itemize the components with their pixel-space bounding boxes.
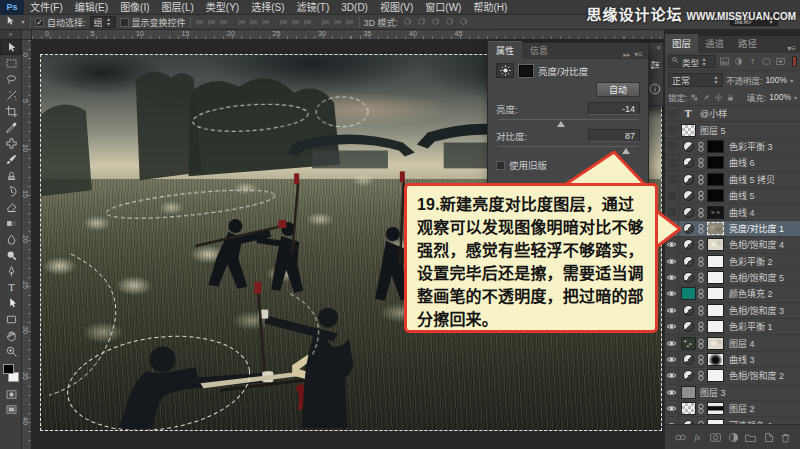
chevron-down-icon[interactable]: ▾ (794, 94, 797, 101)
layer-thumbnail[interactable] (679, 190, 697, 201)
layer-name[interactable]: 色彩平衡 3 (726, 140, 800, 153)
layer-mask-thumbnail[interactable] (705, 271, 726, 284)
align-icon[interactable] (207, 13, 217, 31)
layer-visibility-toggle[interactable] (665, 385, 679, 400)
filter-type-icon[interactable]: T (747, 56, 758, 67)
new-group-icon[interactable] (744, 431, 757, 444)
layer-thumbnail[interactable] (679, 174, 697, 185)
contrast-slider[interactable] (498, 144, 638, 154)
lock-transparent-icon[interactable] (690, 88, 699, 106)
layer-mask-thumbnail[interactable] (705, 287, 726, 300)
layer-mask-thumbnail[interactable] (705, 304, 726, 317)
layer-row-11[interactable]: 色相/饱和度 5 (665, 270, 800, 286)
chevron-down-icon[interactable]: ▾ (790, 77, 793, 84)
layer-row-8[interactable]: 亮度/对比度 1 (665, 221, 800, 237)
mode-3d-icon[interactable] (458, 13, 469, 31)
layer-name[interactable]: 曲线 4 (726, 206, 800, 219)
fill-value[interactable]: 100% (769, 92, 791, 102)
blur-tool[interactable] (0, 231, 22, 247)
healing-brush-tool[interactable] (0, 135, 22, 151)
layer-name[interactable]: 色相/饱和度 3 (726, 304, 800, 317)
layer-thumbnail[interactable] (679, 287, 697, 300)
layer-thumbnail[interactable] (679, 207, 697, 218)
layer-row-16[interactable]: 曲线 3 (665, 352, 800, 368)
layer-mask-thumbnail[interactable] (705, 255, 726, 268)
menu-item-1[interactable]: 文件(F) (24, 0, 69, 15)
collapse-toolbar-icon[interactable]: » (0, 30, 21, 39)
layer-visibility-toggle[interactable] (665, 155, 679, 170)
zoom-tool[interactable] (0, 343, 22, 359)
mode-3d-icon[interactable] (416, 13, 427, 31)
mask-link-icon[interactable] (697, 174, 705, 185)
tab-properties[interactable]: 属性 (488, 41, 522, 59)
mask-link-icon[interactable] (697, 272, 705, 283)
layer-row-5[interactable]: 曲线 5 拷贝 (665, 172, 800, 188)
layer-visibility-toggle[interactable] (665, 368, 679, 383)
eyedropper-tool[interactable] (0, 119, 22, 135)
layer-visibility-toggle[interactable] (665, 221, 679, 236)
layer-name[interactable]: 色相/饱和度 4 (726, 238, 800, 251)
info-panel-icon[interactable] (647, 77, 663, 101)
menu-item-11[interactable]: 帮助(H) (467, 0, 513, 15)
panel-menu-icon[interactable]: ▾≡ (787, 44, 800, 53)
auto-button[interactable]: 自动 (596, 82, 640, 97)
align-icon[interactable] (195, 13, 205, 31)
lock-move-icon[interactable] (714, 88, 723, 106)
align-icon[interactable] (237, 13, 247, 31)
layer-thumbnail[interactable] (679, 141, 697, 152)
mask-link-icon[interactable] (697, 370, 705, 381)
mask-link-icon[interactable] (697, 256, 705, 267)
layer-visibility-toggle[interactable] (665, 254, 679, 269)
align-icon[interactable] (261, 13, 271, 31)
layer-thumbnail[interactable] (679, 157, 697, 168)
layer-mask-thumbnail[interactable] (705, 238, 726, 251)
crop-tool[interactable] (0, 103, 22, 119)
layer-name[interactable]: 图层 2 (726, 402, 800, 415)
link-layers-icon[interactable] (674, 431, 687, 444)
layer-mask-thumbnail[interactable] (705, 206, 726, 219)
brush-tool[interactable] (0, 151, 22, 167)
menu-item-4[interactable]: 图层(L) (156, 0, 200, 15)
align-icon[interactable] (219, 13, 229, 31)
mask-link-icon[interactable] (697, 305, 705, 316)
path-select-tool[interactable] (0, 295, 22, 311)
layer-visibility-toggle[interactable] (665, 286, 679, 301)
lock-paint-icon[interactable] (702, 88, 711, 106)
layer-row-12[interactable]: 颜色填充 2 (665, 286, 800, 302)
workspace-switcher[interactable]: 摄影 ▴▾ (730, 13, 778, 26)
layer-name[interactable]: 曲线 3 (726, 353, 800, 366)
color-swatches[interactable] (0, 363, 22, 387)
layer-name[interactable]: 颜色填充 2 (726, 287, 800, 300)
legacy-checkbox[interactable] (496, 161, 505, 170)
gradient-tool[interactable] (0, 215, 22, 231)
layer-thumbnail[interactable] (679, 321, 697, 332)
layer-row-2[interactable]: 图层 5 (665, 122, 800, 138)
add-mask-icon[interactable] (709, 431, 722, 444)
layer-mask-thumbnail[interactable] (705, 140, 726, 153)
layer-visibility-toggle[interactable] (665, 335, 679, 350)
layer-name[interactable]: 色相/饱和度 5 (726, 271, 800, 284)
marquee-tool[interactable] (0, 55, 22, 71)
layer-name[interactable]: 亮度/对比度 1 (726, 222, 800, 235)
lock-all-icon[interactable] (726, 88, 735, 106)
layers-tab-2[interactable]: 通道 (698, 34, 731, 53)
mask-link-icon[interactable] (697, 403, 705, 414)
align-icon[interactable] (345, 13, 355, 31)
hand-tool[interactable] (0, 327, 22, 343)
filter-kind-dropdown[interactable]: 类型 ▴▾ (668, 55, 716, 68)
layer-row-6[interactable]: 曲线 5 (665, 188, 800, 204)
delete-layer-icon[interactable] (779, 431, 792, 444)
layer-thumbnail[interactable] (679, 272, 697, 283)
quick-mask-button[interactable] (0, 387, 22, 402)
layer-row-10[interactable]: 色彩平衡 2 (665, 254, 800, 270)
mode-3d-icon[interactable] (444, 13, 455, 31)
layers-tab-3[interactable]: 路径 (731, 34, 764, 53)
align-icon[interactable] (321, 13, 331, 31)
layer-visibility-toggle[interactable] (665, 188, 679, 203)
mask-link-icon[interactable] (697, 354, 705, 365)
layer-row-9[interactable]: 色相/饱和度 4 (665, 237, 800, 253)
align-icon[interactable] (333, 13, 343, 31)
mode-3d-icon[interactable] (430, 13, 441, 31)
layer-style-icon[interactable]: fx (691, 431, 704, 444)
show-transform-checkbox[interactable]: 显示变换控件 (120, 16, 186, 29)
